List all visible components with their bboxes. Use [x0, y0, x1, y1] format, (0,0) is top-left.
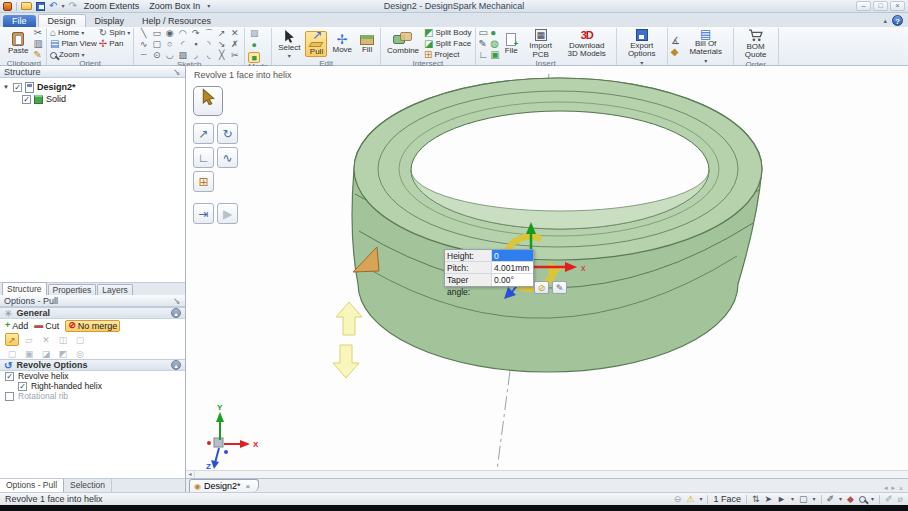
sketch-fillet-icon[interactable]: ◝ — [202, 39, 215, 50]
taper-angle-input[interactable]: 0.00° — [492, 274, 533, 286]
solid-visibility-checkbox[interactable]: ✓ — [22, 95, 31, 104]
select-button[interactable]: Select ▾ — [275, 28, 303, 60]
3d-scene[interactable]: x Y X Z — [186, 66, 908, 470]
expander-icon[interactable]: ▼ — [2, 84, 10, 90]
edit-dimension-button[interactable]: ✎ — [552, 281, 567, 294]
sketch-sweep-arc-icon[interactable]: ↷ — [189, 28, 202, 39]
canvas-horizontal-scrollbar[interactable]: ◂ — [186, 470, 908, 478]
bill-of-materials-button[interactable]: ▤ Bill Of Materials ▾ — [682, 28, 730, 65]
pull-option-2[interactable]: ▣ — [22, 347, 36, 360]
model-viewport[interactable]: Revolve 1 face into helix — [186, 66, 908, 478]
selection-mode-dropdown-icon[interactable]: ▾ — [791, 496, 794, 502]
save-icon[interactable] — [36, 2, 45, 11]
insert-cylinder-icon[interactable]: ◍ — [490, 39, 499, 49]
revolve-helix-row[interactable]: ✓ Revolve helix — [0, 371, 185, 381]
draft-plane-guide[interactable]: ∟ — [193, 147, 214, 168]
minimize-ribbon-icon[interactable]: ▴ — [883, 17, 887, 25]
warning-icon[interactable]: ⚠ — [686, 494, 694, 504]
insert-shell-icon[interactable]: ▣ — [490, 50, 499, 60]
bom-quote-button[interactable]: BOM Quote — [737, 28, 775, 61]
pull-both-sides-tool[interactable]: ▱ — [22, 333, 36, 346]
annotation-dropdown-icon[interactable]: ▾ — [839, 496, 842, 502]
split-body-button[interactable]: ◩Split Body — [424, 28, 471, 38]
tab-options-pull[interactable]: Options - Pull — [0, 479, 64, 492]
pull-option-3[interactable]: ◪ — [39, 347, 53, 360]
zoom-box-in-button[interactable]: Zoom Box In — [146, 1, 203, 11]
insert-file-button[interactable]: + File — [502, 32, 521, 56]
move-button[interactable]: ✢ Move — [329, 34, 355, 55]
minimize-button[interactable]: – — [856, 1, 871, 11]
document-tab-close-icon[interactable]: × — [246, 482, 251, 491]
pull-direction-guide[interactable]: ↗ — [193, 123, 214, 144]
zoom-extents-button[interactable]: Zoom Extents — [81, 1, 143, 11]
tab-file[interactable]: File — [3, 15, 36, 27]
rotational-rib-row[interactable]: Rotational rib — [0, 391, 185, 401]
pull-direction-tool[interactable]: ↗ — [5, 333, 19, 346]
no-merge-option[interactable]: ⊘No merge — [65, 320, 120, 332]
qat-overflow-icon[interactable]: ▾ — [207, 3, 210, 9]
selection-mode-icon[interactable]: ► — [777, 494, 786, 504]
undo-dropdown-icon[interactable]: ▾ — [61, 3, 64, 9]
sketch-tangent-arc-icon[interactable]: ⌒ — [202, 28, 215, 39]
insert-plane-icon[interactable]: ▭ — [479, 28, 488, 38]
cut-icon[interactable]: ✂ — [33, 28, 41, 38]
insert-annotation-icon[interactable]: ✎ — [479, 39, 487, 49]
sketch-bend2-icon[interactable]: ◟ — [202, 50, 215, 61]
sketch-scissors-icon[interactable]: ✂ — [228, 50, 241, 61]
sketch-offset-icon[interactable]: ⊙ — [150, 50, 163, 61]
design-visibility-checkbox[interactable]: ✓ — [13, 83, 22, 92]
sweep-trajectory-guide[interactable]: ∿ — [217, 147, 238, 168]
revolve-options-header[interactable]: ↺ Revolve Options ▴ — [0, 359, 185, 371]
revolve-axis-guide[interactable]: ↻ — [217, 123, 238, 144]
pan-button[interactable]: ✢Pan — [99, 39, 124, 49]
sketch-corner-icon[interactable]: ◜ — [176, 39, 189, 50]
warning-dropdown-icon[interactable]: ▾ — [699, 496, 702, 502]
scroll-left-icon[interactable]: ◂ — [186, 471, 195, 478]
fill-button[interactable]: Fill — [357, 34, 377, 55]
box-select-icon[interactable]: ▢ — [799, 494, 808, 504]
pin-icon[interactable]: ⊸ — [171, 65, 183, 77]
select-guide-tool[interactable] — [193, 86, 223, 116]
up-to-object-tool[interactable]: ⇥ — [193, 203, 214, 224]
sketch-rectangle-icon[interactable]: ▭ — [150, 28, 163, 39]
general-section-header[interactable]: ✳ General ▴ — [0, 307, 185, 319]
undo-icon[interactable]: ↶ — [49, 1, 57, 11]
pull-all-directions-guide[interactable]: ⊞ — [193, 171, 214, 192]
paste-button[interactable]: Paste — [5, 31, 31, 56]
pull-down-arrow-handle[interactable] — [333, 345, 359, 378]
pull-copy-edge-tool[interactable]: ◫ — [56, 333, 70, 346]
mass-properties-icon[interactable]: ◆ — [671, 47, 679, 57]
sketch-circle-icon[interactable]: ◉ — [163, 28, 176, 39]
right-handed-helix-row[interactable]: ✓ Right-handed helix — [0, 381, 185, 391]
sketch-construction-line-icon[interactable]: ∿ — [137, 39, 150, 50]
export-options-button[interactable]: Export Options ▾ — [620, 28, 664, 67]
tab-layers[interactable]: Layers — [97, 284, 133, 295]
document-tab-design2[interactable]: ◉ Design2* × — [189, 479, 259, 492]
sketch-arc-bottom-icon[interactable]: ◡ — [163, 50, 176, 61]
tab-scroll-right-icon[interactable]: ▸ — [891, 484, 895, 492]
sketch-spline-icon[interactable]: ↗ — [215, 28, 228, 39]
sketch-reference-line-icon[interactable]: ┄ — [137, 50, 150, 61]
status-zoom-icon[interactable] — [859, 496, 866, 503]
plan-view-button[interactable]: ▤Plan View — [50, 39, 97, 49]
revolve-helix-checkbox[interactable]: ✓ — [5, 372, 14, 381]
tab-selection[interactable]: Selection — [64, 479, 112, 492]
tree-row-design[interactable]: ▼ ✓ Design2* — [2, 81, 183, 93]
spin-button[interactable]: ↻Spin▾ — [99, 28, 130, 38]
combine-button[interactable]: Combine — [384, 31, 422, 56]
restore-button[interactable]: □ — [873, 1, 888, 11]
tab-structure[interactable]: Structure — [2, 282, 47, 295]
height-input[interactable]: 0 — [492, 250, 533, 261]
home-button[interactable]: ⌂Home▾ — [50, 28, 84, 38]
pull-up-arrow-handle[interactable] — [336, 302, 362, 335]
sketch-cross-icon[interactable]: ╳ — [215, 50, 228, 61]
insert-sphere-icon[interactable]: ● — [490, 28, 496, 38]
spin-increment-icon[interactable]: ⇅ — [752, 494, 760, 504]
pitch-input[interactable]: 4.001mm — [492, 262, 533, 273]
pull-option-4[interactable]: ◩ — [56, 347, 70, 360]
import-pcb-button[interactable]: ▦ Import PCB — [523, 28, 559, 60]
annotation-tool-icon[interactable]: ✐ — [827, 494, 835, 504]
cut-option[interactable]: ▬Cut — [34, 321, 59, 331]
tab-display[interactable]: Display — [86, 15, 134, 27]
sketch-delete-icon[interactable]: ✗ — [228, 39, 241, 50]
